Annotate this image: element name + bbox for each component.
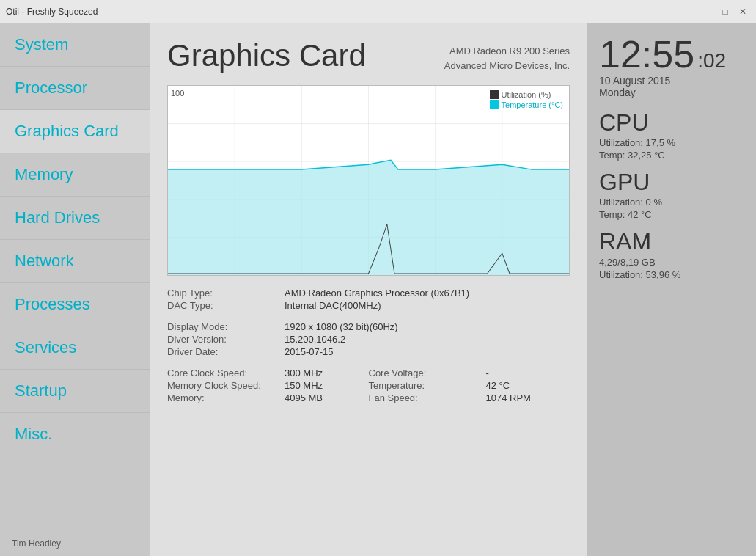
clock-time: 12:55:02 — [599, 35, 744, 73]
svg-marker-9 — [168, 160, 569, 275]
app-title: Otil - Freshly Squeezed — [6, 7, 98, 17]
driver-version-row: Diver Version: 15.200.1046.2 — [167, 334, 570, 345]
sidebar-item-memory[interactable]: Memory — [0, 153, 150, 197]
gpu-title: GPU — [599, 169, 744, 195]
clock-date: 10 August 2015 — [599, 75, 744, 87]
fan-speed-row: Fan Speed: 1074 RPM — [369, 392, 570, 403]
legend-utilization: Utilization (%) — [490, 90, 563, 99]
content-area: Graphics Card AMD Radeon R9 200 Series A… — [150, 23, 587, 556]
clock-section: 12:55:02 10 August 2015 Monday — [599, 35, 744, 98]
minimize-button[interactable]: ─ — [700, 4, 715, 19]
legend-temp-icon — [490, 100, 499, 109]
ram-utilization: Utilization: 53,96 % — [599, 269, 744, 280]
dac-type-row: DAC Type: Internal DAC(400MHz) — [167, 300, 570, 311]
sidebar-item-processes[interactable]: Processes — [0, 283, 150, 326]
chart-max-label: 100 — [171, 89, 184, 98]
temperature-row: Temperature: 42 °C — [369, 380, 570, 391]
chart-legend: Utilization (%) Temperature (°C) — [490, 90, 563, 109]
legend-util-icon — [490, 90, 499, 99]
cpu-stat: CPU Utilization: 17,5 % Temp: 32,25 °C — [599, 110, 744, 161]
info-section: Chip Type: AMD Radeon Graphics Processor… — [167, 288, 570, 405]
core-clock-row: Core Clock Speed: 300 MHz — [167, 367, 369, 378]
close-button[interactable]: ✕ — [735, 4, 750, 19]
sidebar-item-services[interactable]: Services — [0, 326, 150, 370]
gpu-temp: Temp: 42 °C — [599, 209, 744, 220]
clock-grid: Core Clock Speed: 300 MHz Core Voltage: … — [167, 367, 570, 405]
sidebar-item-system[interactable]: System — [0, 23, 150, 67]
sidebar-footer: Tim Headley — [0, 531, 150, 556]
sidebar-item-network[interactable]: Network — [0, 240, 150, 283]
window-controls: ─ □ ✕ — [700, 4, 750, 19]
clock-block: Core Clock Speed: 300 MHz Core Voltage: … — [167, 367, 570, 405]
gpu-stat: GPU Utilization: 0 % Temp: 42 °C — [599, 169, 744, 220]
sidebar-item-graphics-card[interactable]: Graphics Card — [0, 110, 150, 153]
core-voltage-row: Core Voltage: - — [369, 367, 570, 378]
main-container: System Processor Graphics Card Memory Ha… — [0, 23, 756, 556]
cpu-title: CPU — [599, 110, 744, 136]
cpu-temp: Temp: 32,25 °C — [599, 150, 744, 161]
sidebar: System Processor Graphics Card Memory Ha… — [0, 23, 150, 556]
cpu-utilization: Utilization: 17,5 % — [599, 137, 744, 148]
sidebar-nav: System Processor Graphics Card Memory Ha… — [0, 23, 150, 456]
sidebar-item-hard-drives[interactable]: Hard Drives — [0, 197, 150, 240]
chip-dac-block: Chip Type: AMD Radeon Graphics Processor… — [167, 288, 570, 311]
chart-svg — [168, 86, 569, 275]
sidebar-item-processor[interactable]: Processor — [0, 67, 150, 110]
memory-row: Memory: 4095 MB — [167, 392, 369, 403]
driver-date-row: Driver Date: 2015-07-15 — [167, 346, 570, 357]
page-title: Graphics Card — [167, 38, 366, 73]
right-panel: 12:55:02 10 August 2015 Monday CPU Utili… — [587, 23, 756, 556]
chip-type-row: Chip Type: AMD Radeon Graphics Processor… — [167, 288, 570, 299]
sidebar-item-startup[interactable]: Startup — [0, 370, 150, 413]
display-mode-row: Display Mode: 1920 x 1080 (32 bit)(60Hz) — [167, 321, 570, 332]
ram-title: RAM — [599, 229, 744, 255]
clock-day: Monday — [599, 87, 744, 98]
display-driver-block: Display Mode: 1920 x 1080 (32 bit)(60Hz)… — [167, 321, 570, 357]
legend-temperature: Temperature (°C) — [490, 100, 563, 109]
page-subtitle: AMD Radeon R9 200 Series Advanced Micro … — [444, 44, 570, 73]
sidebar-item-misc[interactable]: Misc. — [0, 413, 150, 456]
gpu-chart: 100 Utilization (%) Temperature (°C) — [167, 85, 570, 276]
title-bar: Otil - Freshly Squeezed ─ □ ✕ — [0, 0, 756, 23]
page-header: Graphics Card AMD Radeon R9 200 Series A… — [167, 38, 570, 73]
ram-stat: RAM 4,29/8,19 GB Utilization: 53,96 % — [599, 229, 744, 279]
mem-clock-row: Memory Clock Speed: 150 MHz — [167, 380, 369, 391]
ram-usage: 4,29/8,19 GB — [599, 257, 744, 268]
gpu-utilization: Utilization: 0 % — [599, 197, 744, 208]
maximize-button[interactable]: □ — [718, 4, 733, 19]
